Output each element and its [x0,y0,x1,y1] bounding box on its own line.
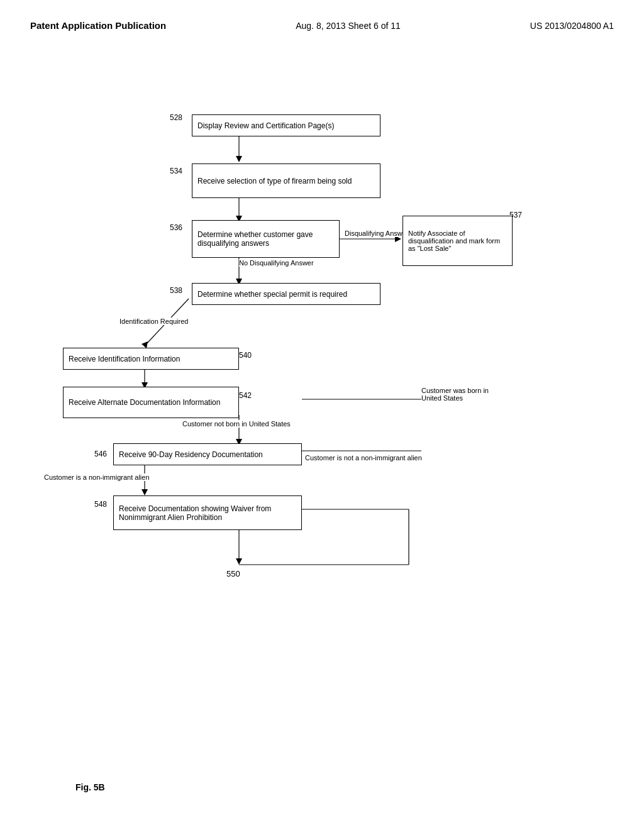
node-546: Receive 90-Day Residency Documentation [113,443,302,465]
node-542: Receive Alternate Documentation Informat… [63,387,239,418]
edge-no-disqualifying: No Disqualifying Answer [239,259,314,267]
fig-label: Fig. 5B [75,782,105,792]
node-542-label: 542 [239,391,252,400]
header-left: Patent Application Publication [30,20,166,31]
svg-marker-1 [236,156,242,162]
page: Patent Application Publication Aug. 8, 2… [0,0,644,830]
header-right: US 2013/0204800 A1 [530,21,614,31]
node-540: Receive Identification Information [63,348,239,370]
node-534: Receive selection of type of firearm bei… [192,163,380,198]
node-548-label: 548 [94,500,107,509]
node-538-label: 538 [170,286,182,295]
node-536-label: 536 [170,223,182,232]
edge-disqualifying: Disqualifying Answer [345,230,409,237]
diagram: 528 Display Review and Certification Pag… [31,101,610,761]
node-546-label: 546 [94,450,107,458]
header: Patent Application Publication Aug. 8, 2… [0,0,644,31]
node-534-label: 534 [170,167,182,175]
arrows-svg [31,101,610,761]
node-548: Receive Documentation showing Waiver fro… [113,495,302,530]
svg-marker-16 [142,489,148,495]
node-536: Determine whether customer gave disquali… [192,220,340,258]
node-528-label: 528 [170,113,182,122]
node-540-label: 540 [239,351,252,360]
edge-not-non-immigrant: Customer is not a non-immigrant alien [305,454,425,462]
node-538: Determine whether special permit is requ… [192,283,380,305]
node-528: Display Review and Certification Page(s) [192,114,380,136]
node-537: Notify Associate of disqualification and… [402,216,513,266]
edge-id-required: Identification Required [119,318,188,325]
node-550-label: 550 [226,569,240,578]
edge-not-born-us: Customer not born in United States [182,420,291,428]
header-center: Aug. 8, 2013 Sheet 6 of 11 [296,21,401,31]
edge-born-us: Customer was born in United States [421,387,509,402]
edge-non-immigrant: Customer is a non-immigrant alien [44,473,150,481]
svg-marker-19 [236,558,242,565]
